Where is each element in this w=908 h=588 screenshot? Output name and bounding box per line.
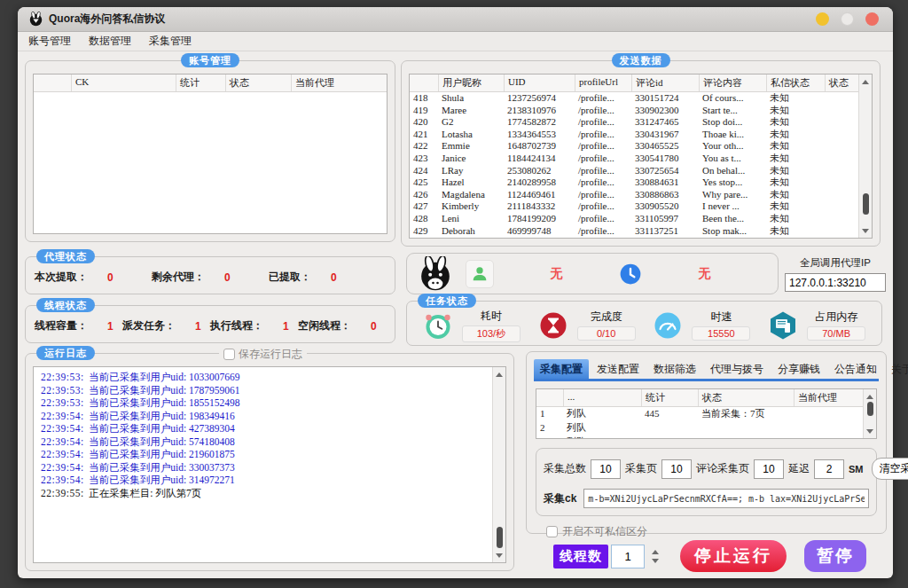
minimize-button[interactable] <box>816 12 829 26</box>
run-log-box: 22:39:53: 当前已采集到用户uid: 103300766922:39:5… <box>33 366 506 563</box>
table-cell <box>825 140 858 153</box>
table-cell: Start te... <box>699 105 766 117</box>
table-cell: 1648702739 <box>504 140 575 153</box>
table-cell: 330905520 <box>631 200 699 213</box>
pause-button[interactable]: 暂停 <box>804 540 866 572</box>
scrollbar-thumb[interactable] <box>497 527 503 548</box>
menu-item-collect-management[interactable]: 采集管理 <box>149 34 192 49</box>
scroll-up-icon[interactable] <box>493 369 505 380</box>
log-time: 22:39:54: <box>41 462 84 473</box>
table-row[interactable]: 428Leni1784199209/profile...331105997Bee… <box>410 213 858 225</box>
status-value: 1 <box>107 320 114 333</box>
table-row[interactable]: 425Hazel2140289958/profile...330884631Ye… <box>410 176 858 189</box>
scroll-down-icon[interactable] <box>493 550 505 561</box>
table-cell: /profile... <box>575 213 631 225</box>
table-cell: 未知 <box>766 140 825 153</box>
column-header <box>34 74 71 91</box>
table-row[interactable]: 426Magdalena1124469461/profile...3308868… <box>410 189 858 201</box>
spin-down-icon[interactable] <box>652 559 659 563</box>
task-stat-text: 完成度0/10 <box>577 310 636 341</box>
table-row[interactable]: 3列队 <box>536 435 863 438</box>
scrollbar-thumb[interactable] <box>867 402 873 416</box>
stop-run-button[interactable]: 停止运行 <box>680 540 787 572</box>
run-log-scrollbar[interactable] <box>492 367 505 562</box>
account-table-body[interactable] <box>34 92 387 233</box>
log-line: 22:39:54: 当前已采集到用户uid: 198349416 <box>41 410 490 423</box>
tab-代理与拨号[interactable]: 代理与拨号 <box>704 359 770 379</box>
dm-distinguish-checkbox[interactable]: 开启不可私信区分 <box>546 524 886 539</box>
scrollbar-thumb[interactable] <box>863 193 869 215</box>
dm-distinguish-checkbox-box[interactable] <box>546 526 558 537</box>
clear-collect-history-button[interactable]: 清空采集历史 <box>872 458 908 480</box>
column-header: 私信状态 <box>766 74 825 91</box>
table-row[interactable]: 424LRay253080262/profile...330725654On b… <box>410 165 858 177</box>
column-header: 评论内容 <box>699 74 766 91</box>
close-button[interactable] <box>865 12 879 26</box>
send-table-scrollbar[interactable] <box>858 74 872 238</box>
table-row[interactable]: 1列队445当前采集：7页 <box>536 407 863 421</box>
collect-pages-input[interactable] <box>661 459 692 479</box>
status-value: 0 <box>224 271 231 284</box>
spin-up-icon[interactable] <box>652 550 659 554</box>
table-row[interactable]: 420G21774582872/profile...331247465Stop … <box>410 116 858 129</box>
menu-item-account-management[interactable]: 账号管理 <box>28 34 71 49</box>
log-message: 当前已采集到用户uid: 1855152498 <box>84 397 240 408</box>
menu-item-data-management[interactable]: 数据管理 <box>89 34 131 49</box>
collect-ck-input[interactable] <box>583 489 869 508</box>
status-item: 派发任务：1 <box>122 318 210 333</box>
table-row[interactable]: 2列队 <box>536 421 863 435</box>
menubar: 账号管理数据管理采集管理 <box>18 32 893 51</box>
delay-input[interactable] <box>814 459 844 479</box>
delay-unit: SM <box>849 464 864 474</box>
delay-label: 延迟 <box>788 461 810 476</box>
status-item: 执行线程：1 <box>210 318 298 333</box>
tab-分享赚钱[interactable]: 分享赚钱 <box>771 359 826 379</box>
maximize-button[interactable] <box>841 12 854 26</box>
tab-数据筛选[interactable]: 数据筛选 <box>647 359 702 379</box>
scroll-up-icon[interactable] <box>859 76 872 87</box>
status-label: 派发任务： <box>122 318 176 333</box>
global-proxy-ip-input[interactable] <box>785 273 886 292</box>
comment-pages-input[interactable] <box>754 459 784 479</box>
table-cell: 445 <box>641 407 698 421</box>
table-row[interactable]: 419Maree2138310976/profile...330902300St… <box>410 105 858 117</box>
window-controls <box>816 12 879 26</box>
thread-count-stepper[interactable] <box>652 550 659 563</box>
table-row[interactable]: 421Lotasha1334364553/profile...330431967… <box>410 129 858 141</box>
scroll-up-icon[interactable] <box>864 391 876 402</box>
account-table-header: CK统计状态当前代理 <box>34 74 387 92</box>
table-row[interactable]: 423Janice1184424134/profile...330541780Y… <box>410 153 858 165</box>
thread-count-input[interactable] <box>611 545 645 568</box>
scroll-down-icon[interactable] <box>864 426 876 436</box>
column-header: ... <box>563 389 641 406</box>
collect-total-input[interactable] <box>591 459 621 479</box>
table-row[interactable]: 429Deborah469999748/profile...331137251S… <box>410 225 858 238</box>
table-cell: 1 <box>536 407 563 421</box>
tab-发送配置[interactable]: 发送配置 <box>591 359 646 379</box>
queue-table-scrollbar[interactable] <box>863 389 876 438</box>
table-cell <box>825 213 858 225</box>
save-log-checkbox-box[interactable] <box>223 349 235 360</box>
status-item: 空闲线程：0 <box>298 318 386 333</box>
status-label: 剩余代理： <box>152 270 205 285</box>
log-line: 22:39:54: 当前已采集到用户uid: 574180408 <box>41 435 490 449</box>
save-log-checkbox[interactable]: 保存运行日志 <box>219 347 307 362</box>
table-cell: 未知 <box>766 92 825 105</box>
table-cell: 330884631 <box>631 176 699 189</box>
table-row[interactable]: 422Emmie1648702739/profile...330465525Yo… <box>410 140 858 153</box>
log-time: 22:39:54: <box>41 436 84 447</box>
table-cell: /profile... <box>575 105 631 117</box>
table-row[interactable]: 418Shula1237256974/profile...330151724Of… <box>410 92 858 105</box>
tab-公告通知[interactable]: 公告通知 <box>828 359 883 379</box>
scroll-down-icon[interactable] <box>859 225 872 236</box>
table-cell: /profile... <box>575 200 631 213</box>
table-cell: 425 <box>410 176 438 189</box>
log-time: 22:39:54: <box>41 449 84 459</box>
tab-采集配置[interactable]: 采集配置 <box>534 359 589 379</box>
table-cell: Stop doi... <box>699 116 766 129</box>
table-cell: 2140289958 <box>504 176 575 189</box>
table-row[interactable]: 427Kimberly2111843332/profile...33090552… <box>410 200 858 213</box>
table-cell: Emmie <box>438 140 504 153</box>
tab-关于软件[interactable]: 关于软件 <box>885 359 908 379</box>
task-stat: 耗时103/秒 <box>414 309 529 342</box>
